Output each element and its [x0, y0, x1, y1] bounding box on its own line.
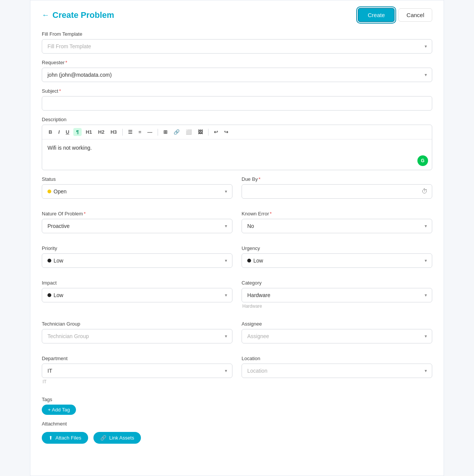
description-section: Description B I U ¶ H1 H2 H3 ☰ ≡ — ⊞ 🔗 ⬜…: [42, 117, 432, 170]
italic-button[interactable]: I: [56, 128, 62, 136]
fill-from-template-select[interactable]: Fill From Template: [42, 39, 432, 54]
impact-section: Impact Low ▾: [42, 280, 232, 309]
tags-section: Tags + Add Tag: [42, 397, 432, 415]
toolbar-separator-1: [122, 129, 123, 136]
requester-section: Requester* john (john@motadata.com) ▾: [42, 60, 432, 82]
paragraph-button[interactable]: ¶: [73, 128, 81, 136]
status-value: Open: [54, 188, 66, 195]
category-wrapper: Hardware ▾: [242, 288, 432, 302]
due-by-input[interactable]: 13/03/2023 10:59 AM: [242, 184, 432, 199]
nature-of-problem-select[interactable]: Proactive: [42, 219, 232, 233]
bullet-list-button[interactable]: ☰: [126, 128, 134, 136]
attachment-section: Attachment ⬆ Attach Files 🔗 Link Assets: [42, 421, 432, 444]
location-section: Location Location ▾: [242, 356, 432, 384]
techgroup-assignee-row: Technician Group Technician Group ▾ Assi…: [42, 321, 432, 349]
link-assets-label: Link Assets: [109, 435, 134, 441]
priority-urgency-row: Priority Low ▾ Urgency Low ▾: [42, 245, 432, 274]
undo-button[interactable]: ↩: [212, 128, 220, 136]
category-hint: Hardware: [242, 304, 432, 309]
urgency-value: Low: [253, 258, 263, 264]
status-wrapper: Open ▾: [42, 184, 232, 199]
description-text: Wifi is not working.: [47, 145, 92, 151]
link-icon: 🔗: [100, 435, 106, 441]
technician-group-select[interactable]: Technician Group: [42, 329, 232, 343]
attach-files-button[interactable]: ⬆ Attach Files: [42, 432, 88, 444]
impact-category-row: Impact Low ▾ Category Hardware ▾ Hardwar…: [42, 280, 432, 315]
nature-of-problem-label: Nature Of Problem*: [42, 211, 232, 217]
requester-label: Requester*: [42, 60, 432, 65]
due-by-label: Due By*: [242, 176, 432, 182]
nature-of-problem-wrapper: Proactive ▾: [42, 219, 232, 233]
nature-knownerror-row: Nature Of Problem* Proactive ▾ Known Err…: [42, 211, 432, 239]
attachment-buttons: ⬆ Attach Files 🔗 Link Assets: [42, 429, 432, 444]
department-label: Department: [42, 356, 232, 361]
editor-toolbar: B I U ¶ H1 H2 H3 ☰ ≡ — ⊞ 🔗 ⬜ 🖼 ↩ ↪: [42, 125, 432, 139]
bold-button[interactable]: B: [47, 128, 54, 136]
urgency-dot-black: [247, 259, 251, 263]
impact-value: Low: [54, 292, 63, 298]
subject-input[interactable]: Wifi is not Working: [42, 96, 432, 111]
department-location-row: Department IT ▾ IT Location Location ▾: [42, 356, 432, 391]
category-select[interactable]: Hardware: [242, 288, 432, 302]
assignee-select[interactable]: Assignee: [242, 329, 432, 343]
h1-button[interactable]: H1: [84, 128, 94, 136]
department-select[interactable]: IT: [42, 364, 232, 378]
embed-button[interactable]: ⬜: [184, 128, 194, 136]
priority-dot-black: [47, 259, 51, 263]
impact-label: Impact: [42, 280, 232, 286]
image-button[interactable]: 🖼: [196, 128, 205, 136]
requester-select[interactable]: john (john@motadata.com): [42, 68, 432, 82]
location-wrapper: Location ▾: [242, 364, 432, 378]
assignee-wrapper: Assignee ▾: [242, 329, 432, 343]
header-actions: Create Cancel: [358, 8, 432, 22]
redo-button[interactable]: ↪: [222, 128, 230, 136]
known-error-label: Known Error*: [242, 211, 432, 217]
link-assets-button[interactable]: 🔗 Link Assets: [93, 432, 141, 444]
ordered-list-button[interactable]: ≡: [137, 128, 144, 136]
urgency-section: Urgency Low ▾: [242, 245, 432, 268]
status-label: Status: [42, 176, 232, 182]
department-section: Department IT ▾ IT: [42, 356, 232, 384]
description-editor: B I U ¶ H1 H2 H3 ☰ ≡ — ⊞ 🔗 ⬜ 🖼 ↩ ↪: [42, 125, 432, 170]
status-section: Status Open ▾: [42, 176, 232, 199]
technician-group-wrapper: Technician Group ▾: [42, 329, 232, 343]
hr-button[interactable]: —: [145, 128, 154, 136]
cancel-button[interactable]: Cancel: [398, 8, 432, 22]
table-button[interactable]: ⊞: [161, 128, 169, 136]
fill-from-template-section: Fill From Template Fill From Template ▾: [42, 31, 432, 54]
urgency-select[interactable]: Low: [242, 253, 432, 268]
location-label: Location: [242, 356, 432, 361]
assignee-section: Assignee Assignee ▾: [242, 321, 432, 343]
status-dueby-row: Status Open ▾ Due By* 13/03/2023 10:59 A…: [42, 176, 432, 205]
known-error-select[interactable]: No: [242, 219, 432, 233]
toolbar-separator-2: [158, 129, 158, 136]
technician-group-section: Technician Group Technician Group ▾: [42, 321, 232, 343]
attach-icon: ⬆: [49, 435, 53, 441]
back-arrow-icon: ←: [42, 11, 49, 19]
requester-wrapper: john (john@motadata.com) ▾: [42, 68, 432, 82]
status-select[interactable]: Open: [42, 184, 232, 199]
department-wrapper: IT ▾: [42, 364, 232, 378]
fill-from-template-wrapper: Fill From Template ▾: [42, 39, 432, 54]
due-by-wrapper: 13/03/2023 10:59 AM ⏱: [242, 184, 432, 199]
priority-select[interactable]: Low: [42, 253, 232, 268]
link-button[interactable]: 🔗: [172, 128, 182, 136]
location-select[interactable]: Location: [242, 364, 432, 378]
add-tag-button[interactable]: + Add Tag: [42, 405, 76, 415]
create-button[interactable]: Create: [358, 8, 395, 22]
assignee-label: Assignee: [242, 321, 432, 327]
page-header: ← Create Problem Create Cancel: [42, 8, 432, 22]
h3-button[interactable]: H3: [109, 128, 119, 136]
technician-group-label: Technician Group: [42, 321, 232, 327]
underline-button[interactable]: U: [64, 128, 71, 136]
impact-select[interactable]: Low: [42, 288, 232, 302]
tags-label: Tags: [42, 397, 432, 402]
back-button[interactable]: ← Create Problem: [42, 10, 114, 20]
known-error-wrapper: No ▾: [242, 219, 432, 233]
priority-section: Priority Low ▾: [42, 245, 232, 268]
description-content-area[interactable]: Wifi is not working. G: [42, 139, 432, 170]
impact-wrapper: Low ▾: [42, 288, 232, 302]
attachment-label: Attachment: [42, 421, 432, 427]
fill-from-template-label: Fill From Template: [42, 31, 432, 37]
h2-button[interactable]: H2: [96, 128, 106, 136]
